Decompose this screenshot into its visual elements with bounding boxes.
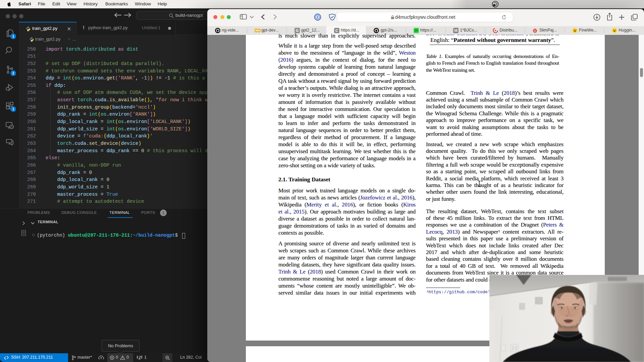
svg-text:M: M: [454, 28, 458, 33]
